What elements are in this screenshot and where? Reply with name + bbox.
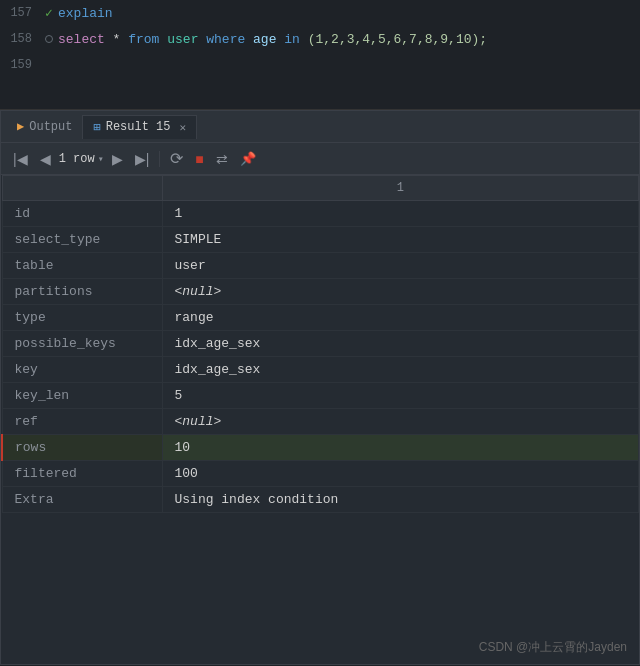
row-dropdown-arrow[interactable]: ▾ xyxy=(98,153,104,165)
value-cell: 5 xyxy=(162,383,639,409)
table-row: tableuser xyxy=(2,253,639,279)
value-cell: 10 xyxy=(162,435,639,461)
result-table-area: 1 id1select_typeSIMPLEtableuserpartition… xyxy=(1,175,639,666)
field-cell: partitions xyxy=(2,279,162,305)
code-token: select xyxy=(58,32,113,47)
table-header-row: 1 xyxy=(2,176,639,201)
value-column-header: 1 xyxy=(162,176,639,201)
last-page-button[interactable]: ▶| xyxy=(131,149,154,169)
row-selector: 1 row ▾ xyxy=(59,152,104,166)
field-cell: select_type xyxy=(2,227,162,253)
watermark: CSDN @冲上云霄的Jayden xyxy=(479,639,627,656)
first-page-button[interactable]: |◀ xyxy=(9,149,32,169)
tabs-bar: ▶ Output ⊞ Result 15 ✕ xyxy=(1,111,639,143)
output-label: Output xyxy=(29,120,72,134)
output-icon: ▶ xyxy=(17,119,24,134)
toolbar-separator-1 xyxy=(159,151,160,167)
table-row: ref<null> xyxy=(2,409,639,435)
code-token: * xyxy=(113,32,129,47)
refresh-button[interactable]: ⟳ xyxy=(166,147,187,170)
table-row: id1 xyxy=(2,201,639,227)
value-cell: <null> xyxy=(162,409,639,435)
field-column-header xyxy=(2,176,162,201)
value-cell: user xyxy=(162,253,639,279)
table-row: ExtraUsing index condition xyxy=(2,487,639,513)
layout-button[interactable]: ⇄ xyxy=(212,149,232,169)
code-line: 158select * from user where age in (1,2,… xyxy=(0,26,640,52)
value-cell: <null> xyxy=(162,279,639,305)
line-number: 157 xyxy=(0,6,40,20)
code-line: 159 xyxy=(0,52,640,78)
table-row: keyidx_age_sex xyxy=(2,357,639,383)
code-editor: 157✓explain158select * from user where a… xyxy=(0,0,640,110)
field-cell: rows xyxy=(2,435,162,461)
result-icon: ⊞ xyxy=(93,120,100,135)
value-cell: Using index condition xyxy=(162,487,639,513)
field-cell: table xyxy=(2,253,162,279)
table-row: key_len5 xyxy=(2,383,639,409)
code-content: explain xyxy=(58,6,113,21)
result-label: Result 15 xyxy=(106,120,171,134)
line-number: 159 xyxy=(0,58,40,72)
table-row: select_typeSIMPLE xyxy=(2,227,639,253)
field-cell: possible_keys xyxy=(2,331,162,357)
checkmark-icon: ✓ xyxy=(45,5,53,21)
line-gutter xyxy=(40,35,58,43)
table-row: partitions<null> xyxy=(2,279,639,305)
row-count-label: 1 row xyxy=(59,152,95,166)
field-cell: ref xyxy=(2,409,162,435)
value-cell: idx_age_sex xyxy=(162,357,639,383)
line-gutter: ✓ xyxy=(40,5,58,21)
table-row: typerange xyxy=(2,305,639,331)
code-token: user xyxy=(167,32,206,47)
code-token: age xyxy=(253,32,284,47)
tab-result[interactable]: ⊞ Result 15 ✕ xyxy=(82,115,197,139)
value-cell: idx_age_sex xyxy=(162,331,639,357)
table-row: rows10 xyxy=(2,435,639,461)
code-token: (1,2,3,4,5,6,7,8,9,10); xyxy=(308,32,487,47)
field-cell: key_len xyxy=(2,383,162,409)
tab-output[interactable]: ▶ Output xyxy=(7,115,82,138)
code-content: select * from user where age in (1,2,3,4… xyxy=(58,32,487,47)
line-dot-icon xyxy=(45,35,53,43)
next-page-button[interactable]: ▶ xyxy=(108,149,127,169)
field-cell: id xyxy=(2,201,162,227)
value-cell: 100 xyxy=(162,461,639,487)
result-table: 1 id1select_typeSIMPLEtableuserpartition… xyxy=(1,175,639,513)
value-cell: range xyxy=(162,305,639,331)
field-cell: filtered xyxy=(2,461,162,487)
field-cell: key xyxy=(2,357,162,383)
prev-page-button[interactable]: ◀ xyxy=(36,149,55,169)
field-cell: Extra xyxy=(2,487,162,513)
output-panel: ▶ Output ⊞ Result 15 ✕ |◀ ◀ 1 row ▾ ▶ ▶|… xyxy=(0,110,640,665)
value-cell: SIMPLE xyxy=(162,227,639,253)
table-row: possible_keysidx_age_sex xyxy=(2,331,639,357)
result-toolbar: |◀ ◀ 1 row ▾ ▶ ▶| ⟳ ■ ⇄ 📌 xyxy=(1,143,639,175)
tab-close-icon[interactable]: ✕ xyxy=(180,121,187,134)
code-token: from xyxy=(128,32,167,47)
code-token: in xyxy=(284,32,307,47)
code-token: where xyxy=(206,32,253,47)
pin-button[interactable]: 📌 xyxy=(236,149,260,168)
table-row: filtered100 xyxy=(2,461,639,487)
field-cell: type xyxy=(2,305,162,331)
value-cell: 1 xyxy=(162,201,639,227)
line-number: 158 xyxy=(0,32,40,46)
code-line: 157✓explain xyxy=(0,0,640,26)
stop-button[interactable]: ■ xyxy=(191,149,207,169)
code-token: explain xyxy=(58,6,113,21)
